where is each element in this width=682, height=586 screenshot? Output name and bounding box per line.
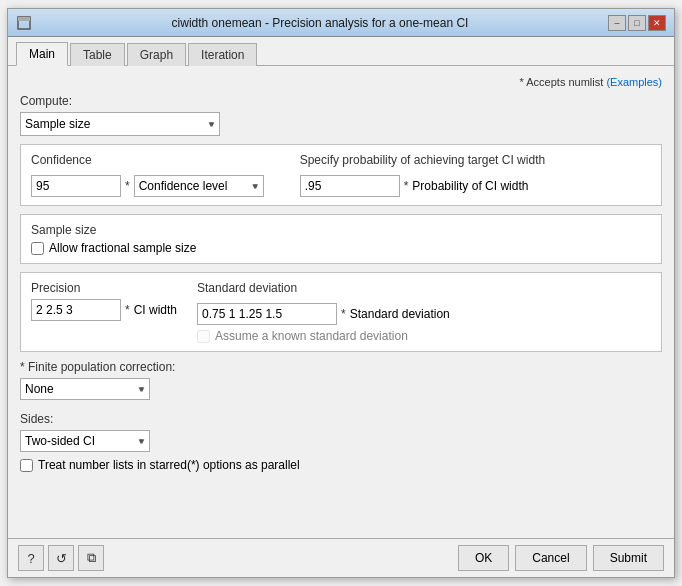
main-content: * Accepts numlist (Examples) Compute: Sa… bbox=[8, 66, 674, 538]
window-icon bbox=[16, 15, 32, 31]
action-bar-left: ? ↺ ⧉ bbox=[18, 545, 104, 571]
compute-section: Compute: Sample size Half-width Standard… bbox=[20, 94, 662, 136]
window-title: ciwidth onemean - Precision analysis for… bbox=[32, 16, 608, 30]
confidence-left: Confidence * Confidence level CI half-wi… bbox=[31, 153, 264, 197]
assume-known-label: Assume a known standard deviation bbox=[215, 329, 408, 343]
compute-select[interactable]: Sample size Half-width Standard deviatio… bbox=[20, 112, 220, 136]
probability-right: Specify probability of achieving target … bbox=[280, 153, 545, 197]
copy-button[interactable]: ⧉ bbox=[78, 545, 104, 571]
action-bar: ? ↺ ⧉ OK Cancel Submit bbox=[8, 538, 674, 577]
precision-section: Precision * CI width Standard deviation … bbox=[20, 272, 662, 352]
precision-field-row: * CI width bbox=[31, 299, 177, 321]
assume-checkbox-row: Assume a known standard deviation bbox=[197, 329, 450, 343]
conf-level-select[interactable]: Confidence level CI half-width CI width bbox=[134, 175, 264, 197]
fractional-checkbox-row: Allow fractional sample size bbox=[31, 241, 651, 255]
std-dev-star: * bbox=[341, 307, 346, 321]
close-button[interactable]: ✕ bbox=[648, 15, 666, 31]
precision-star: * bbox=[125, 303, 130, 317]
std-dev-label: Standard deviation bbox=[197, 281, 450, 295]
tab-graph[interactable]: Graph bbox=[127, 43, 186, 66]
svg-rect-1 bbox=[18, 17, 30, 21]
fractional-checkbox[interactable] bbox=[31, 242, 44, 255]
top-note: * Accepts numlist (Examples) bbox=[20, 76, 662, 88]
probability-field-label: Probability of CI width bbox=[412, 179, 528, 193]
tab-iteration[interactable]: Iteration bbox=[188, 43, 257, 66]
sides-label: Sides: bbox=[20, 412, 662, 426]
std-dev-field-row: * Standard deviation bbox=[197, 303, 450, 325]
submit-button[interactable]: Submit bbox=[593, 545, 664, 571]
finite-pop-section: * Finite population correction: None Pop… bbox=[20, 360, 662, 404]
tab-main[interactable]: Main bbox=[16, 42, 68, 66]
compute-label: Compute: bbox=[20, 94, 662, 108]
finite-pop-dropdown-row: None Population size Sampling rate ▼ bbox=[20, 378, 662, 400]
cancel-button[interactable]: Cancel bbox=[515, 545, 586, 571]
tab-table[interactable]: Table bbox=[70, 43, 125, 66]
probability-field-row: * Probability of CI width bbox=[300, 175, 545, 197]
confidence-group-box: Confidence * Confidence level CI half-wi… bbox=[20, 144, 662, 206]
maximize-button[interactable]: □ bbox=[628, 15, 646, 31]
precision-input[interactable] bbox=[31, 299, 121, 321]
confidence-label: Confidence bbox=[31, 153, 264, 167]
probability-label: Specify probability of achieving target … bbox=[300, 153, 545, 167]
precision-field-label: CI width bbox=[134, 303, 177, 317]
std-dev-field-label: Standard deviation bbox=[350, 307, 450, 321]
sample-size-label: Sample size bbox=[31, 223, 651, 237]
refresh-button[interactable]: ↺ bbox=[48, 545, 74, 571]
window-controls: – □ ✕ bbox=[608, 15, 666, 31]
conf-level-wrapper: Confidence level CI half-width CI width … bbox=[134, 175, 264, 197]
tabs-bar: Main Table Graph Iteration bbox=[8, 37, 674, 66]
compute-dropdown-wrapper: Sample size Half-width Standard deviatio… bbox=[20, 112, 220, 136]
help-button[interactable]: ? bbox=[18, 545, 44, 571]
precision-label: Precision bbox=[31, 281, 177, 295]
finite-wrapper: None Population size Sampling rate ▼ bbox=[20, 378, 150, 400]
fractional-checkbox-label: Allow fractional sample size bbox=[49, 241, 196, 255]
finite-pop-select[interactable]: None Population size Sampling rate bbox=[20, 378, 150, 400]
sample-size-section: Sample size Allow fractional sample size bbox=[20, 214, 662, 264]
precision-inner: Precision * CI width Standard deviation … bbox=[31, 281, 651, 343]
main-window: ciwidth onemean - Precision analysis for… bbox=[7, 8, 675, 578]
probability-input[interactable] bbox=[300, 175, 400, 197]
sides-section: Sides: Two-sided CI One-sided CI ▼ bbox=[20, 412, 662, 452]
titlebar: ciwidth onemean - Precision analysis for… bbox=[8, 9, 674, 37]
parallel-checkbox-row: Treat number lists in starred(*) options… bbox=[20, 458, 662, 472]
assume-known-checkbox[interactable] bbox=[197, 330, 210, 343]
confidence-star: * bbox=[125, 179, 130, 193]
confidence-field-row: * Confidence level CI half-width CI widt… bbox=[31, 175, 264, 197]
ok-button[interactable]: OK bbox=[458, 545, 509, 571]
finite-pop-label: * Finite population correction: bbox=[20, 360, 662, 374]
examples-link[interactable]: (Examples) bbox=[606, 76, 662, 88]
confidence-input[interactable] bbox=[31, 175, 121, 197]
confidence-inner: Confidence * Confidence level CI half-wi… bbox=[31, 153, 651, 197]
parallel-checkbox[interactable] bbox=[20, 459, 33, 472]
probability-star: * bbox=[404, 179, 409, 193]
sides-wrapper: Two-sided CI One-sided CI ▼ bbox=[20, 430, 150, 452]
std-dev-group: Standard deviation * Standard deviation … bbox=[197, 281, 450, 343]
sides-select[interactable]: Two-sided CI One-sided CI bbox=[20, 430, 150, 452]
sides-dropdown-row: Two-sided CI One-sided CI ▼ bbox=[20, 430, 662, 452]
std-dev-input[interactable] bbox=[197, 303, 337, 325]
precision-left: Precision * CI width bbox=[31, 281, 177, 321]
minimize-button[interactable]: – bbox=[608, 15, 626, 31]
parallel-checkbox-label: Treat number lists in starred(*) options… bbox=[38, 458, 300, 472]
action-bar-right: OK Cancel Submit bbox=[458, 545, 664, 571]
